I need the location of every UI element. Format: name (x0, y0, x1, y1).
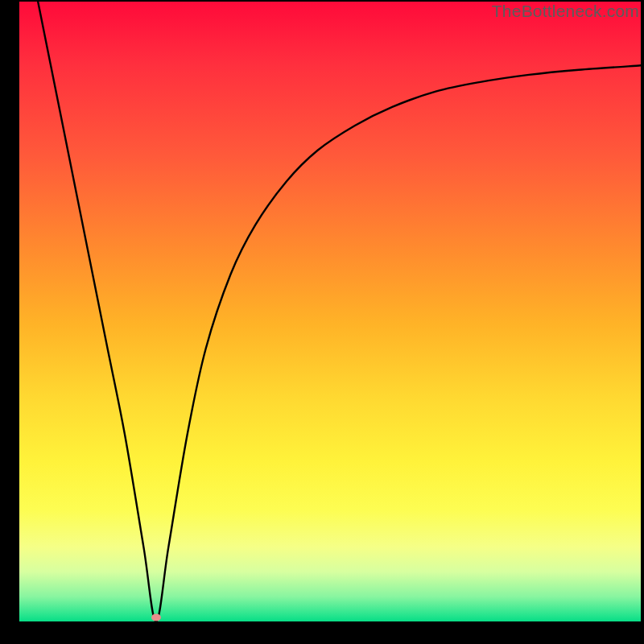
bottleneck-curve (19, 2, 641, 621)
min-marker (151, 614, 161, 621)
plot-area (19, 2, 641, 621)
chart-stage: TheBottleneck.com (0, 0, 644, 644)
